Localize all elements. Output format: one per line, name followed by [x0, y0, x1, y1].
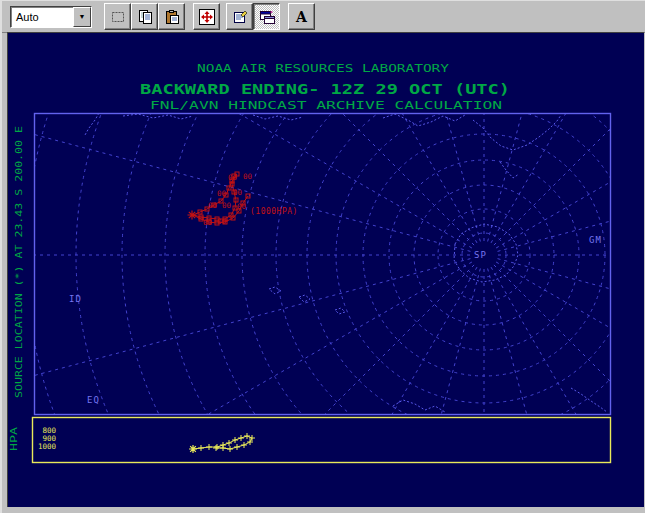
plot-title-line1: NOAA AIR RESOURCES LABORATORY — [197, 63, 449, 74]
altitude-profile-marker — [232, 437, 238, 443]
font-button[interactable]: A — [288, 3, 315, 30]
map-label-sp: SP — [474, 250, 487, 260]
select-region-button[interactable] — [104, 3, 131, 30]
altitude-profile-marker — [227, 446, 233, 452]
four-arrows-icon — [198, 8, 216, 26]
trajectory-time-label: 00 — [222, 201, 232, 210]
coastline — [571, 388, 607, 412]
plot-title-line2: BACKWARD ENDING- 12Z 29 OCT (UTC) — [140, 81, 510, 97]
altitude-panel-frame — [33, 418, 611, 463]
window-view-button[interactable] — [253, 3, 280, 30]
altitude-profile-marker — [213, 445, 219, 451]
map-labels-layer: SPGMIDEQ — [69, 235, 602, 405]
trajectory-time-label: 00 — [217, 217, 227, 226]
pressure-tick-label: 1000 — [38, 442, 57, 451]
coastline-layer — [85, 113, 607, 412]
font-a-icon: A — [296, 10, 307, 24]
properties-button[interactable] — [226, 3, 253, 30]
trajectory-time-label: 00 — [237, 202, 247, 211]
coastline — [500, 162, 519, 178]
trajectory-time-label: 00 — [233, 188, 243, 197]
source-location-label: SOURCE LOCATION (*) AT 23.43 S 200.00 E — [14, 126, 24, 398]
map-label-id: ID — [69, 294, 82, 304]
marquee-icon — [110, 9, 126, 25]
plot-client-area: SPGMIDEQ 000000000000000000(1000HPA) NOA… — [7, 32, 644, 507]
coastline — [393, 400, 445, 412]
zoom-combo-value: Auto — [11, 11, 73, 23]
meridian-line — [491, 267, 644, 507]
coastline — [85, 113, 99, 135]
coastline — [253, 115, 303, 120]
trajectory-time-label: 00 — [243, 172, 253, 181]
map-label-eq: EQ — [87, 395, 100, 405]
meridian-line — [498, 259, 644, 437]
trajectory-height-label: (1000HPA) — [250, 207, 298, 216]
paste-icon — [164, 9, 180, 25]
altitude-profile-marker — [234, 444, 240, 450]
plot-title-line3: FNL/AVN HINDCAST ARCHIVE CALCULATION — [150, 100, 502, 111]
windows-icon — [259, 9, 275, 25]
meridian-line — [303, 269, 481, 507]
source-marker-star — [188, 211, 197, 220]
copy-icon — [137, 9, 153, 25]
trajectory-time-label: 00 — [203, 218, 213, 227]
coastline — [299, 295, 310, 302]
properties-icon — [232, 9, 248, 25]
viewer-window: Auto ▼ — [0, 0, 645, 513]
meridian-line — [494, 33, 644, 245]
map-label-gm: GM — [589, 235, 602, 245]
altitude-profile-marker — [206, 444, 212, 450]
trajectory-time-label: 00 — [217, 189, 227, 198]
fit-to-window-button[interactable] — [193, 3, 220, 30]
meridian-line — [498, 74, 644, 252]
altitude-panel-layer: 8009001000 — [38, 426, 255, 453]
trajectory-plot: SPGMIDEQ 000000000000000000(1000HPA) NOA… — [8, 33, 644, 507]
altitude-profile-marker — [214, 444, 220, 450]
meridian-line — [491, 33, 644, 243]
paste-button[interactable] — [158, 3, 185, 30]
meridian-line — [488, 269, 644, 507]
altitude-source-star — [189, 445, 197, 453]
altitude-profile-marker — [226, 440, 232, 446]
altitude-profile-marker — [241, 442, 247, 448]
coastline — [123, 114, 193, 119]
coastline — [335, 308, 345, 314]
meridian-line — [494, 265, 644, 507]
altitude-profile-marker — [198, 445, 204, 451]
zoom-combo[interactable]: Auto ▼ — [10, 6, 92, 28]
altitude-profile-marker — [238, 435, 244, 441]
meridian-line — [8, 259, 470, 437]
trajectory-time-label: 00 — [228, 173, 238, 182]
coastline — [383, 114, 465, 126]
combo-dropdown-button[interactable]: ▼ — [73, 7, 91, 27]
copy-button[interactable] — [131, 3, 158, 30]
toolbar: Auto ▼ — [2, 1, 645, 33]
trajectory-time-label: 00 — [208, 201, 218, 210]
hpa-axis-label: HPA — [9, 426, 19, 451]
